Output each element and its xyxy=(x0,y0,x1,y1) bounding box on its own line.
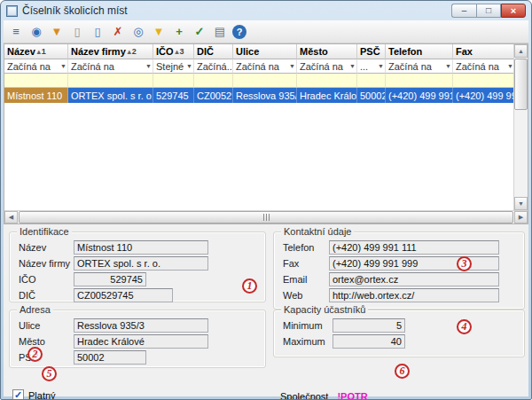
groupbox-adresa: Adresa UliceResslova 935/3 MěstoHradec K… xyxy=(9,310,266,368)
cell-ulice[interactable]: Resslova 935/3 xyxy=(233,88,297,103)
column-header-telefon[interactable]: Telefon xyxy=(386,44,453,59)
filter-nazev[interactable]: Začíná na▼ xyxy=(4,59,68,74)
dropdown-icon[interactable]: ▼ xyxy=(507,63,513,69)
web-field[interactable]: http://web.ortex.cz/ xyxy=(329,288,499,302)
horizontal-scrollbar[interactable]: ◀ ▶ xyxy=(4,210,528,224)
dropdown-icon[interactable]: ▼ xyxy=(349,63,356,69)
column-header-mesto[interactable]: Město xyxy=(297,44,357,59)
groupbox-title: Adresa xyxy=(17,304,53,315)
app-icon xyxy=(6,5,18,17)
cell-telefon[interactable]: (+420) 499 991 111 xyxy=(386,88,453,103)
help-icon[interactable]: ? xyxy=(232,25,246,39)
scroll-up-icon[interactable]: ▲ xyxy=(514,44,528,58)
delete-document-icon[interactable]: ✗ xyxy=(110,24,126,40)
maximize-button[interactable]: □ xyxy=(476,4,501,18)
dropdown-icon[interactable]: ▼ xyxy=(145,63,152,69)
horizontal-scroll-thumb[interactable] xyxy=(19,211,513,224)
search-cell[interactable] xyxy=(453,74,515,88)
filter-mesto[interactable]: Začíná na▼ xyxy=(297,59,357,74)
close-button[interactable]: × xyxy=(501,4,526,18)
nazev-field[interactable]: Místnost 110 xyxy=(74,240,208,255)
platny-checkbox[interactable]: ✓ xyxy=(12,389,24,400)
app-window: Číselník školicích míst – □ × ≡ ◉ ▼ ▯ ▯ … xyxy=(0,0,532,400)
fax-label: Fax xyxy=(283,258,329,269)
telefon-field[interactable]: (+420) 499 991 111 xyxy=(329,240,499,255)
filter-ico[interactable]: Stejné▼ xyxy=(153,59,194,74)
filter-row: Začíná na▼ Začíná na▼ Stejné▼ Začíná...▼… xyxy=(4,59,515,74)
dropdown-icon[interactable]: ▼ xyxy=(186,63,192,69)
search-cell[interactable] xyxy=(386,74,453,88)
filter-dic[interactable]: Začíná...▼ xyxy=(194,59,233,74)
eye-icon[interactable]: ◉ xyxy=(28,24,44,40)
column-header-fax[interactable]: Fax xyxy=(453,44,515,59)
column-header-dic[interactable]: DIČ xyxy=(194,44,233,59)
dropdown-icon[interactable]: ▼ xyxy=(445,63,451,69)
column-header-psc[interactable]: PSČ xyxy=(357,44,386,59)
table-row-selected[interactable]: Místnost 110 ORTEX spol. s r. o. 529745 … xyxy=(4,88,515,103)
search-cell[interactable] xyxy=(297,74,357,88)
search-cell[interactable] xyxy=(4,74,68,88)
search-cell[interactable] xyxy=(233,74,297,88)
filter-psc[interactable]: ...▼ xyxy=(357,59,386,74)
funnel-icon[interactable]: ▼ xyxy=(151,24,167,40)
search-icon[interactable]: ◎ xyxy=(130,24,146,40)
vertical-scroll-thumb[interactable] xyxy=(514,59,528,110)
groupbox-title: Kontaktní údaje xyxy=(281,226,354,237)
cell-nazev[interactable]: Místnost 110 xyxy=(4,88,68,103)
client-area: ≡ ◉ ▼ ▯ ▯ ✗ ◎ ▼ + ✓ ▤ ? Název1 Název fir… xyxy=(4,20,528,396)
scroll-down-icon[interactable]: ▼ xyxy=(514,197,528,210)
new-document-icon[interactable]: ▯ xyxy=(69,24,85,40)
search-entry-row[interactable] xyxy=(4,74,515,88)
minimize-button[interactable]: – xyxy=(451,4,476,18)
search-cell[interactable] xyxy=(68,74,153,88)
search-cell[interactable] xyxy=(153,74,194,88)
cell-dic[interactable]: CZ00529745 xyxy=(194,88,233,103)
dic-field[interactable]: CZ00529745 xyxy=(74,288,173,302)
cell-ico[interactable]: 529745 xyxy=(153,88,194,103)
dropdown-icon[interactable]: ▼ xyxy=(289,63,295,69)
scroll-left-icon[interactable]: ◀ xyxy=(4,211,18,224)
search-cell[interactable] xyxy=(194,74,233,88)
column-label: Fax xyxy=(456,46,473,57)
filter-ulice[interactable]: Začíná na▼ xyxy=(233,59,297,74)
filter-label: Začíná... xyxy=(197,61,233,72)
column-label: DIČ xyxy=(197,46,214,57)
column-label: Ulice xyxy=(236,46,259,57)
nazev-firmy-field[interactable]: ORTEX spol. s r. o. xyxy=(74,256,208,271)
print-icon[interactable]: ▤ xyxy=(212,24,228,40)
spolecnost-value: !POTR xyxy=(337,391,367,400)
psc-field[interactable]: 50002 xyxy=(74,350,146,365)
minimum-field[interactable]: 5 xyxy=(332,318,405,333)
scroll-right-icon[interactable]: ▶ xyxy=(514,211,528,224)
mesto-field[interactable]: Hradec Králové xyxy=(74,334,208,349)
dic-label: DIČ xyxy=(19,290,74,301)
filter-label: Začíná na xyxy=(300,61,343,72)
menu-icon[interactable]: ≡ xyxy=(8,24,24,40)
fax-field[interactable]: (+420) 499 991 999 xyxy=(329,256,499,271)
cell-mesto[interactable]: Hradec Králové xyxy=(297,88,357,103)
column-header-nazev-firmy[interactable]: Název firmy2 xyxy=(68,44,153,59)
column-header-ico[interactable]: IČO3 xyxy=(153,44,194,59)
ico-field[interactable]: 529745 xyxy=(74,272,146,286)
filter-telefon[interactable]: Začíná na▼ xyxy=(386,59,453,74)
filter-label: Začíná na xyxy=(236,61,279,72)
column-header-ulice[interactable]: Ulice xyxy=(233,44,297,59)
cell-psc[interactable]: 50002 xyxy=(357,88,386,103)
search-cell[interactable] xyxy=(357,74,386,88)
ulice-field[interactable]: Resslova 935/3 xyxy=(74,318,208,333)
filter-icon[interactable]: ▼ xyxy=(49,24,65,40)
column-header-nazev[interactable]: Název1 xyxy=(4,44,68,59)
filter-nazev-firmy[interactable]: Začíná na▼ xyxy=(68,59,153,74)
records-grid: Název1 Název firmy2 IČO3 DIČ Ulice Město… xyxy=(4,43,528,224)
confirm-icon[interactable]: ✓ xyxy=(192,24,207,40)
dropdown-icon[interactable]: ▼ xyxy=(378,63,384,69)
email-field[interactable]: ortex@ortex.cz xyxy=(329,272,499,286)
dropdown-icon[interactable]: ▼ xyxy=(60,63,66,69)
maximum-field[interactable]: 40 xyxy=(332,334,405,349)
filter-fax[interactable]: Začíná na▼ xyxy=(453,59,515,74)
open-document-icon[interactable]: ▯ xyxy=(90,24,106,40)
cell-fax[interactable]: (+420) 499 991 999 xyxy=(453,88,515,103)
vertical-scrollbar[interactable]: ▲ ▼ xyxy=(513,44,528,210)
cell-nazev-firmy[interactable]: ORTEX spol. s r. o. xyxy=(68,88,153,103)
insert-record-icon[interactable]: + xyxy=(171,24,187,40)
